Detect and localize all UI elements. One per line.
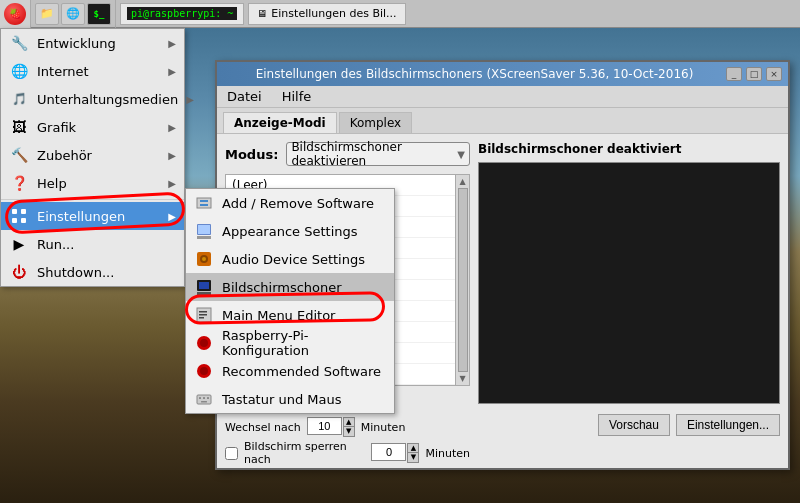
sperren-checkbox[interactable] bbox=[225, 447, 238, 460]
svg-rect-28 bbox=[201, 401, 207, 403]
svg-rect-6 bbox=[200, 204, 208, 206]
menu-item-einstellungen[interactable]: Einstellungen ▶ bbox=[1, 202, 184, 230]
arrow-help: ▶ bbox=[168, 178, 176, 189]
sperren-suffix: Minuten bbox=[425, 447, 470, 460]
minimize-button[interactable]: _ bbox=[726, 67, 742, 81]
taskbar-terminal-icon[interactable]: $_ bbox=[87, 3, 111, 25]
sperren-down[interactable]: ▼ bbox=[408, 453, 418, 462]
submenu-raspi-config[interactable]: Raspberry-Pi-Konfiguration bbox=[186, 329, 394, 357]
maximize-button[interactable]: □ bbox=[746, 67, 762, 81]
tab-anzeige-modi[interactable]: Anzeige-Modi bbox=[223, 112, 337, 133]
svg-rect-5 bbox=[200, 200, 208, 202]
taskbar-browser[interactable]: 🌐 bbox=[61, 3, 85, 25]
arrow-unterhaltung: ▶ bbox=[186, 94, 194, 105]
menu-item-internet[interactable]: 🌐 Internet ▶ bbox=[1, 57, 184, 85]
submenu-audio[interactable]: Audio Device Settings bbox=[186, 245, 394, 273]
help-icon: ❓ bbox=[9, 173, 29, 193]
sperren-spin-arrows[interactable]: ▲ ▼ bbox=[407, 443, 419, 463]
sperren-input[interactable] bbox=[371, 443, 406, 461]
menu-item-zubehor[interactable]: 🔨 Zubehör ▶ bbox=[1, 141, 184, 169]
sperren-spinner[interactable]: ▲ ▼ bbox=[371, 443, 419, 463]
submenu-label-recommended: Recommended Software bbox=[222, 364, 386, 379]
taskbar-start[interactable]: 🍓 bbox=[0, 0, 31, 28]
svg-rect-18 bbox=[199, 314, 207, 316]
preview-label: Bildschirmschoner deaktiviert bbox=[478, 142, 780, 156]
wechsel-input[interactable] bbox=[307, 417, 342, 435]
arrow-einstellungen: ▶ bbox=[168, 211, 176, 222]
audio-icon bbox=[194, 249, 214, 269]
einstellungen-button[interactable]: Einstellungen... bbox=[676, 414, 780, 436]
wechsel-spin-arrows[interactable]: ▲ ▼ bbox=[343, 417, 355, 437]
entwicklung-icon: 🔧 bbox=[9, 33, 29, 53]
add-remove-icon bbox=[194, 193, 214, 213]
taskbar-terminal-label[interactable]: pi@raspberrypi: ~ bbox=[120, 3, 244, 25]
svg-rect-17 bbox=[199, 311, 207, 313]
wechsel-spinner[interactable]: ▲ ▼ bbox=[307, 417, 355, 437]
einstellungen-submenu: Add / Remove Software Appearance Setting… bbox=[185, 188, 395, 414]
menu-item-shutdown[interactable]: ⏻ Shutdown... bbox=[1, 258, 184, 286]
modus-value: Bildschirmschoner deaktivieren bbox=[291, 140, 457, 168]
submenu-bildschirmschoner[interactable]: Bildschirmschoner bbox=[186, 273, 394, 301]
terminal-text: pi@raspberrypi: ~ bbox=[127, 7, 237, 20]
menu-item-run[interactable]: ▶ Run... bbox=[1, 230, 184, 258]
raspi-config-icon bbox=[194, 333, 214, 353]
menu-item-unterhaltung[interactable]: 🎵 Unterhaltungsmedien ▶ bbox=[1, 85, 184, 113]
svg-rect-26 bbox=[203, 397, 205, 399]
sperren-label: Bildschirm sperren nach bbox=[244, 440, 365, 466]
window-titlebar: Einstellungen des Bildschirmschoners (XS… bbox=[217, 62, 788, 86]
sperren-up[interactable]: ▲ bbox=[408, 444, 418, 453]
modus-dropdown[interactable]: Bildschirmschoner deaktivieren ▼ bbox=[286, 142, 470, 166]
submenu-add-remove[interactable]: Add / Remove Software bbox=[186, 189, 394, 217]
scroll-down[interactable]: ▼ bbox=[459, 374, 465, 383]
submenu-recommended[interactable]: Recommended Software bbox=[186, 357, 394, 385]
preview-buttons: Vorschau Einstellungen... bbox=[478, 414, 780, 436]
svg-rect-25 bbox=[199, 397, 201, 399]
close-button[interactable]: × bbox=[766, 67, 782, 81]
list-scrollbar[interactable]: ▲ ▼ bbox=[455, 175, 469, 385]
svg-rect-4 bbox=[197, 198, 211, 208]
wechsel-label: Wechsel nach bbox=[225, 421, 301, 434]
menu-item-label-zubehor: Zubehör bbox=[37, 148, 160, 163]
scroll-thumb[interactable] bbox=[458, 188, 468, 372]
vorschau-button[interactable]: Vorschau bbox=[598, 414, 670, 436]
recommended-icon bbox=[194, 361, 214, 381]
arrow-internet: ▶ bbox=[168, 66, 176, 77]
menu-item-label-unterhaltung: Unterhaltungsmedien bbox=[37, 92, 178, 107]
taskbar-filemanager[interactable]: 📁 bbox=[35, 3, 59, 25]
arrow-grafik: ▶ bbox=[168, 122, 176, 133]
submenu-label-raspi-config: Raspberry-Pi-Konfiguration bbox=[222, 328, 386, 358]
menu-item-grafik[interactable]: 🖼 Grafik ▶ bbox=[1, 113, 184, 141]
svg-rect-27 bbox=[207, 397, 209, 399]
menu-item-help[interactable]: ❓ Help ▶ bbox=[1, 169, 184, 197]
submenu-main-menu-editor[interactable]: Main Menu Editor bbox=[186, 301, 394, 329]
start-icon[interactable]: 🍓 bbox=[4, 3, 26, 25]
einstellungen-icon bbox=[9, 206, 29, 226]
menu-item-label-help: Help bbox=[37, 176, 160, 191]
svg-point-23 bbox=[200, 367, 208, 375]
menu-item-entwicklung[interactable]: 🔧 Entwicklung ▶ bbox=[1, 29, 184, 57]
svg-rect-2 bbox=[12, 218, 17, 223]
svg-rect-19 bbox=[199, 317, 204, 319]
menu-item-label-einstellungen: Einstellungen bbox=[37, 209, 160, 224]
bildschirmschoner-icon bbox=[194, 277, 214, 297]
arrow-zubehor: ▶ bbox=[168, 150, 176, 161]
scroll-up[interactable]: ▲ bbox=[459, 177, 465, 186]
svg-rect-15 bbox=[199, 282, 209, 289]
zubehor-icon: 🔨 bbox=[9, 145, 29, 165]
menubar-datei[interactable]: Datei bbox=[223, 87, 266, 106]
tab-komplex[interactable]: Komplex bbox=[339, 112, 413, 133]
modus-label: Modus: bbox=[225, 147, 278, 162]
svg-rect-8 bbox=[198, 225, 210, 234]
appearance-icon bbox=[194, 221, 214, 241]
submenu-label-audio: Audio Device Settings bbox=[222, 252, 386, 267]
submenu-label-add-remove: Add / Remove Software bbox=[222, 196, 386, 211]
shutdown-icon: ⏻ bbox=[9, 262, 29, 282]
submenu-appearance[interactable]: Appearance Settings bbox=[186, 217, 394, 245]
menu-item-label-entwicklung: Entwicklung bbox=[37, 36, 160, 51]
window-label: Einstellungen des Bil... bbox=[271, 7, 396, 20]
submenu-tastatur[interactable]: Tastatur und Maus bbox=[186, 385, 394, 413]
menubar-hilfe[interactable]: Hilfe bbox=[278, 87, 316, 106]
wechsel-up[interactable]: ▲ bbox=[344, 418, 354, 427]
taskbar-window-button[interactable]: 🖥 Einstellungen des Bil... bbox=[248, 3, 405, 25]
wechsel-down[interactable]: ▼ bbox=[344, 427, 354, 436]
